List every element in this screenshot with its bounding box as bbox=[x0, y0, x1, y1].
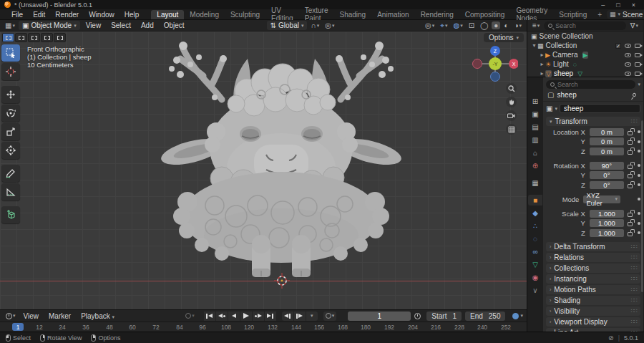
visibility-dropdown[interactable]: ◎▾ bbox=[423, 21, 436, 29]
pin-id-icon[interactable] bbox=[632, 92, 637, 97]
outliner-row-collection[interactable]: ▾ ▦ Collection ✓ bbox=[527, 41, 643, 50]
tab-view-layer[interactable]: ▥ bbox=[528, 135, 542, 145]
panel-line-art[interactable]: ›Line Art∷∷ bbox=[546, 328, 640, 332]
hide-viewport-icon[interactable] bbox=[625, 44, 631, 48]
tab-strip-expand[interactable]: ∨ bbox=[528, 285, 542, 296]
maximize-button[interactable]: □ bbox=[616, 1, 620, 9]
expand-icon[interactable]: ▸ bbox=[539, 70, 545, 77]
scene-selector[interactable]: ▦▾ Scene ⚲ ⧉ × bbox=[607, 10, 644, 19]
rotation-x-field[interactable]: 90° bbox=[590, 162, 624, 170]
viewport-menu-object[interactable]: Object bbox=[160, 21, 189, 29]
sheep-model[interactable] bbox=[0, 32, 527, 309]
select-mode-intersect[interactable] bbox=[54, 33, 66, 42]
panel-shading[interactable]: ›Shading∷∷ bbox=[546, 296, 640, 305]
show-gizmo-toggle[interactable]: ⌖▾ bbox=[438, 21, 449, 30]
use-preview-range-toggle[interactable] bbox=[412, 313, 423, 319]
animate-dot[interactable] bbox=[638, 183, 640, 186]
timeline-menu-marker[interactable]: Marker bbox=[44, 312, 75, 320]
properties-search-input[interactable] bbox=[557, 81, 631, 88]
add-workspace-button[interactable]: + bbox=[592, 11, 607, 19]
menu-file[interactable]: File bbox=[6, 11, 28, 19]
shading-wireframe-button[interactable]: ◯ bbox=[478, 21, 490, 29]
outliner-search[interactable] bbox=[544, 21, 625, 30]
panel-motion-paths[interactable]: ›Motion Paths∷∷ bbox=[546, 285, 640, 294]
scale-y-field[interactable]: 1.000 bbox=[590, 219, 624, 227]
viewport-canvas[interactable]: Front Orthographic (1) Collection | shee… bbox=[0, 32, 527, 309]
panel-collections[interactable]: ›Collections∷∷ bbox=[546, 264, 640, 273]
menu-window[interactable]: Window bbox=[84, 11, 119, 19]
perspective-toggle-button[interactable] bbox=[506, 124, 517, 135]
auto-keying-button[interactable]: ▾ bbox=[323, 311, 337, 321]
rotation-z-field[interactable]: 0° bbox=[590, 181, 624, 189]
minimize-button[interactable]: – bbox=[601, 1, 605, 9]
disable-render-icon[interactable] bbox=[635, 44, 640, 48]
panel-visibility[interactable]: ›Visibility∷∷ bbox=[546, 306, 640, 316]
playhead[interactable]: 1 bbox=[12, 323, 24, 331]
lock-icon[interactable] bbox=[628, 222, 633, 226]
animate-dot[interactable] bbox=[638, 222, 640, 225]
rotation-mode-dropdown[interactable]: XYZ Euler▾ bbox=[583, 195, 620, 203]
menu-help[interactable]: Help bbox=[119, 11, 145, 19]
tab-scene[interactable]: ⌂ bbox=[528, 148, 542, 158]
tool-move[interactable] bbox=[1, 86, 20, 103]
tab-object[interactable]: ■ bbox=[528, 195, 542, 206]
tab-world[interactable]: ⊕ bbox=[528, 160, 542, 171]
lock-icon[interactable] bbox=[628, 232, 633, 236]
tool-annotate[interactable] bbox=[1, 165, 20, 182]
workspace-tab-shading[interactable]: Shading bbox=[333, 10, 371, 19]
shading-solid-button[interactable]: ● bbox=[492, 21, 500, 29]
pan-button[interactable] bbox=[506, 97, 517, 107]
properties-options-button[interactable]: ▾ bbox=[638, 82, 640, 87]
timeline-ruler[interactable]: 1 12243648607284961081201321441561681801… bbox=[0, 322, 527, 332]
play-reverse-button[interactable] bbox=[228, 311, 240, 321]
workspace-tab-sculpting[interactable]: Sculpting bbox=[225, 10, 265, 19]
location-x-field[interactable]: 0 m bbox=[590, 128, 624, 136]
tab-tool[interactable]: ⊞ bbox=[528, 96, 542, 107]
animate-dot[interactable] bbox=[638, 231, 640, 234]
frame-back-button[interactable] bbox=[282, 311, 293, 321]
outliner-display-mode-button[interactable]: ≡▾ bbox=[530, 21, 542, 29]
mode-dropdown[interactable]: ▣ Object Mode ▾ bbox=[19, 21, 80, 30]
lock-icon[interactable] bbox=[628, 131, 633, 135]
workspace-tab-modeling[interactable]: Modeling bbox=[184, 10, 225, 19]
workspace-tab-scripting[interactable]: Scripting bbox=[553, 10, 592, 19]
expand-icon[interactable]: ▸ bbox=[539, 52, 545, 58]
disable-render-icon[interactable] bbox=[635, 53, 640, 57]
tab-material[interactable]: ◉ bbox=[528, 272, 542, 283]
tab-output[interactable]: ▤ bbox=[528, 122, 542, 132]
hide-viewport-icon[interactable] bbox=[625, 62, 631, 67]
properties-search[interactable] bbox=[546, 80, 635, 89]
tab-constraints[interactable]: ∞ bbox=[528, 246, 542, 257]
frame-forward-button[interactable] bbox=[294, 311, 306, 321]
frame-end-field[interactable]: End 250 bbox=[465, 311, 505, 321]
zoom-button[interactable] bbox=[506, 83, 517, 94]
snap-toggle[interactable]: ∩▾ bbox=[308, 21, 321, 29]
workspace-tab-layout[interactable]: Layout bbox=[151, 10, 184, 19]
scale-z-field[interactable]: 1.000 bbox=[590, 229, 624, 237]
collection-checkbox[interactable]: ✓ bbox=[615, 43, 621, 49]
workspace-tab-animation[interactable]: Animation bbox=[371, 10, 414, 19]
workspace-tab-rendering[interactable]: Rendering bbox=[415, 10, 459, 19]
lock-icon[interactable] bbox=[628, 184, 633, 188]
expand-icon[interactable]: ▸ bbox=[539, 61, 545, 67]
outliner-filter-button[interactable]: ∇▾ bbox=[628, 21, 640, 29]
transform-orientation-dropdown[interactable]: ⇅ Global ▾ bbox=[267, 21, 308, 30]
panel-instancing[interactable]: ›Instancing∷∷ bbox=[546, 274, 640, 284]
outliner-search-input[interactable] bbox=[555, 22, 621, 29]
tab-physics[interactable]: ◌ bbox=[528, 233, 542, 244]
outliner-row-light[interactable]: ▸ ☀ Light ◌ bbox=[527, 59, 643, 69]
frame-step-dropdown[interactable]: ▾ bbox=[306, 311, 318, 321]
jump-to-end-button[interactable] bbox=[265, 311, 276, 321]
animate-dot[interactable] bbox=[638, 164, 640, 167]
lock-icon[interactable] bbox=[628, 140, 633, 145]
outliner-row-scene-collection[interactable]: ▣ Scene Collection bbox=[527, 32, 643, 41]
tab-particles[interactable]: ∴ bbox=[528, 221, 542, 231]
tab-collection[interactable]: ▦ bbox=[528, 178, 542, 188]
rotation-y-field[interactable]: 0° bbox=[590, 171, 624, 179]
next-keyframe-button[interactable] bbox=[253, 311, 264, 321]
tool-measure[interactable] bbox=[1, 183, 20, 201]
shading-material-button[interactable]: ◐ bbox=[502, 21, 510, 29]
timeline-menu-playback[interactable]: Playback ▾ bbox=[77, 312, 119, 320]
tab-object-data[interactable]: ▽ bbox=[528, 259, 542, 270]
workspace-tab-compositing[interactable]: Compositing bbox=[459, 10, 511, 19]
